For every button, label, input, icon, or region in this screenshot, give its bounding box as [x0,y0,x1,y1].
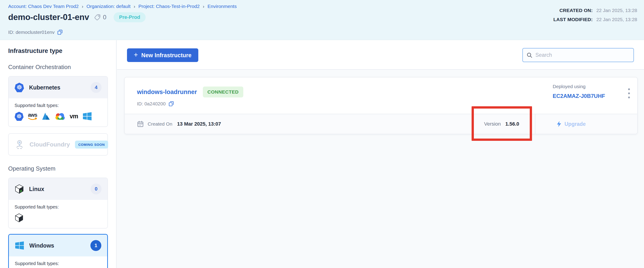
linux-label: Linux [29,186,86,192]
deployed-using-link[interactable]: EC2AMAZ-J0B7UHF [553,93,605,99]
search-input[interactable] [536,52,630,58]
search-icon [526,52,532,58]
coming-soon-badge: COMING SOON [75,140,108,148]
type-card-kubernetes[interactable]: ☸ Kubernetes 4 Supported fault types: ☸ … [8,76,108,127]
kubernetes-fault-icons: ☸ aws [14,112,102,121]
linux-icon [14,184,24,194]
breadcrumb-project[interactable]: Project: Chaos-Test-in-Prod2 [138,4,200,9]
last-modified-value: 22 Jan 2025, 13:28 [596,17,637,22]
kubernetes-card-header[interactable]: ☸ Kubernetes 4 [9,76,108,98]
infrastructure-list: windows-loadrunner CONNECTED ID: 0a24020… [117,70,644,268]
group-container-orchestration: Container Orchestration [8,64,108,71]
kubernetes-fault-icon: ☸ [14,112,24,121]
breadcrumb-account[interactable]: Account: Chaos Dev Team Prod2 [8,4,78,9]
deployed-using-block: Deployed using EC2AMAZ-J0B7UHF [553,84,605,99]
version-value: 1.56.0 [505,121,519,127]
version-cell: Version 1.56.0 [484,114,519,134]
env-type-badge: Pre-Prod [114,12,146,22]
created-on-label: CREATED ON: [553,8,593,13]
copy-infrastructure-id-icon[interactable] [168,101,174,106]
supported-fault-types-label: Supported fault types: [14,103,102,108]
group-operating-system: Operating System [8,165,108,172]
tag-icon [94,14,101,21]
new-infrastructure-button[interactable]: + New Infrastructure [127,48,198,62]
linux-fault-icon [14,213,24,222]
windows-card-header[interactable]: Windows 1 [9,234,107,256]
page-header: Account: Chaos Dev Team Prod2 › Organiza… [0,0,644,40]
tags-count: 0 [94,14,106,21]
azure-fault-icon [41,112,50,120]
breadcrumb-organization[interactable]: Organization: default [86,4,130,9]
tag-count-value: 0 [103,14,106,21]
windows-count-badge: 1 [90,240,101,251]
breadcrumb-separator: › [203,4,204,9]
footer-cell-divider [535,114,536,134]
environment-details-page: Account: Chaos Dev Team Prod2 › Organiza… [0,0,644,268]
windows-icon [15,241,24,250]
new-infrastructure-label: New Infrastructure [141,52,192,58]
plus-icon: + [134,51,138,59]
created-on-label: Created On [148,121,172,127]
created-on-cell: Created On 13 Mar 2025, 13:07 [137,114,221,134]
linux-count-badge: 0 [91,184,102,194]
breadcrumb-environments[interactable]: Environments [208,4,237,9]
main-panel: + New Infrastructure windows-loadrunner [117,40,644,268]
windows-card-body: Supported fault types: [9,256,107,268]
last-modified-label: LAST MODIFIED: [553,17,593,22]
cloudfoundry-icon [14,140,24,150]
calendar-icon [137,120,144,128]
version-label: Version [484,121,501,127]
gcp-fault-icon [55,112,65,120]
type-card-cloudfoundry[interactable]: CloudFoundry COMING SOON [8,133,108,156]
breadcrumb-separator: › [134,4,136,9]
linux-card-body: Supported fault types: [9,200,108,228]
supported-fault-types-label: Supported fault types: [15,261,101,266]
infrastructure-card: windows-loadrunner CONNECTED ID: 0a24020… [124,77,638,134]
supported-fault-types-label: Supported fault types: [14,204,102,210]
windows-label: Windows [29,242,86,249]
copy-id-icon[interactable] [57,30,63,35]
connected-status-badge: CONNECTED [203,86,243,98]
title-row: demo-cluster-01-env 0 Pre-Prod [8,12,146,22]
created-on-value: 13 Mar 2025, 13:07 [177,121,221,127]
aws-fault-icon: aws [28,112,37,120]
upgrade-label: Upgrade [564,121,586,127]
kubernetes-count-badge: 4 [91,82,102,93]
header-dates: CREATED ON: 22 Jan 2025, 13:28 LAST MODI… [553,8,637,22]
type-card-linux[interactable]: Linux 0 Supported fault types: [8,178,108,228]
infrastructure-card-footer: Created On 13 Mar 2025, 13:07 Version 1.… [125,114,637,134]
toolbar: + New Infrastructure [117,40,644,70]
environment-id-row: ID: democluster01env [8,30,63,35]
created-on-value: 22 Jan 2025, 13:28 [596,8,637,13]
infrastructure-card-top: windows-loadrunner CONNECTED ID: 0a24020… [125,78,637,114]
kubernetes-label: Kubernetes [29,84,86,91]
cloudfoundry-label: CloudFoundry [30,141,70,148]
breadcrumb-separator: › [82,4,83,9]
linux-fault-icons [14,213,102,222]
sidebar-heading: Infrastructure type [8,48,108,54]
search-box[interactable] [522,48,634,62]
kubernetes-icon: ☸ [14,83,24,92]
windows-fault-icon [82,112,92,121]
infrastructure-id-row: ID: 0a240200 [137,101,174,106]
deployed-using-label: Deployed using [553,84,605,89]
linux-card-header[interactable]: Linux 0 [9,178,108,200]
infrastructure-id-text: ID: 0a240200 [137,101,166,106]
kubernetes-card-body: Supported fault types: ☸ aws [9,98,108,126]
card-menu-kebab-icon[interactable] [624,88,634,99]
type-card-windows[interactable]: Windows 1 Supported fault types: [8,234,108,268]
environment-id-text: ID: democluster01env [8,30,54,35]
breadcrumb: Account: Chaos Dev Team Prod2 › Organiza… [8,4,237,9]
infrastructure-name-link[interactable]: windows-loadrunner [137,88,197,96]
page-title: demo-cluster-01-env [8,12,89,22]
upgrade-button[interactable]: Upgrade [556,114,586,134]
infrastructure-type-sidebar: Infrastructure type Container Orchestrat… [0,40,116,268]
vmware-fault-icon: vm [70,113,78,120]
lightning-bolt-icon [556,121,562,127]
